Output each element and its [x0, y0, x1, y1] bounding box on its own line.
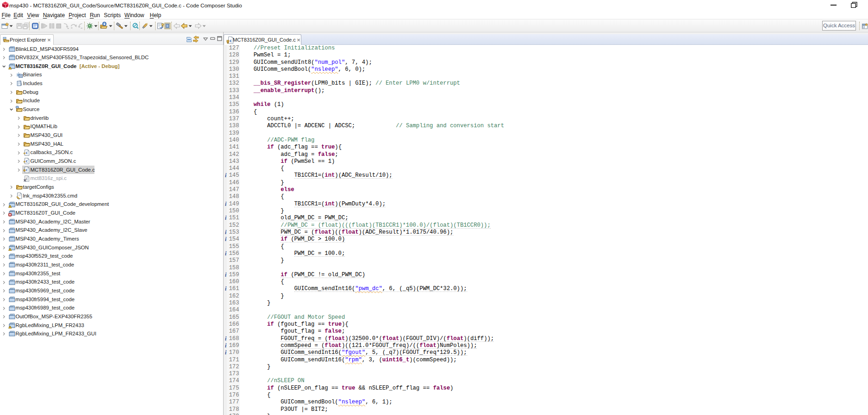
svg-text:c: c: [25, 167, 27, 172]
svg-text:c: c: [25, 150, 27, 155]
svg-text:c: c: [25, 159, 27, 163]
svg-text:c: c: [25, 176, 27, 181]
svg-text:c: c: [230, 37, 232, 43]
